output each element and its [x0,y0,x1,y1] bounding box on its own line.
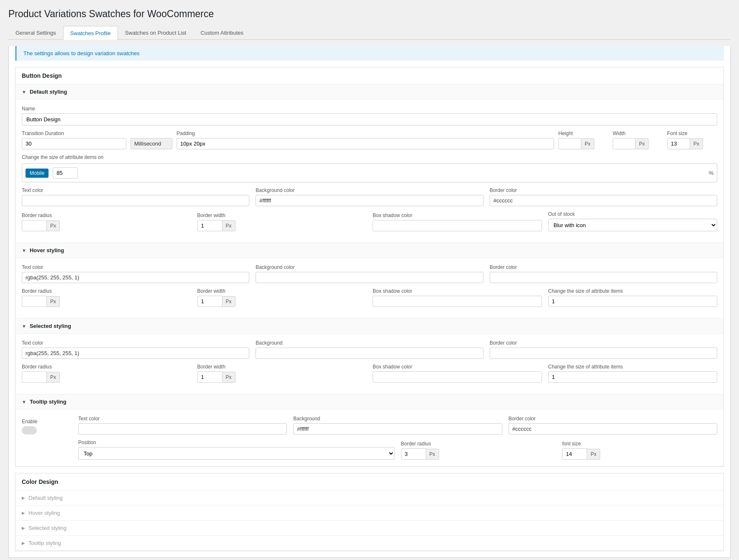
button-design-title: Button Design [15,67,724,84]
selected-border-color-label: Border color [490,340,717,346]
selected-border-color-input[interactable] [490,348,717,359]
tooltip-styling-block: ▼ Tooltip styling Enable Text color [15,394,724,466]
color-default-styling-item[interactable]: ▶ Default styling [15,491,724,506]
tooltip-font-size-label: font size [562,441,717,447]
color-tooltip-styling-item[interactable]: ▶ Tooltip styling [15,536,724,551]
content-wrapper: The settings allows to design variation … [8,46,731,558]
selected-border-radius-label: Border radius [22,364,191,370]
selected-change-size-label: Change the size of attribute items [548,364,718,370]
selected-box-shadow-group: Box shadow color [373,364,542,383]
tooltip-bg-label: Background [293,416,502,422]
color-default-arrow: ▶ [22,496,25,500]
tab-swatches-product-list[interactable]: Swatches on Product List [118,26,194,39]
hover-border-radius-label: Border radius [22,288,191,294]
color-default-label: Default styling [28,495,63,501]
tooltip-font-size-input[interactable] [562,448,587,460]
tooltip-text-color-group: Text color [78,416,287,435]
color-hover-styling-item[interactable]: ▶ Hover styling [15,506,724,521]
hover-border-color-label: Border color [490,264,717,270]
hover-styling-header[interactable]: ▼ Hover styling [15,243,724,258]
name-input[interactable] [22,113,717,125]
tab-general[interactable]: General Settings [8,26,63,39]
selected-border-width-input[interactable] [197,371,222,383]
width-group: Width Px [613,130,663,149]
tooltip-border-radius-group: Border radius Px [401,441,556,460]
transition-duration-group: Transition Duration [22,130,126,149]
border-radius-input-default[interactable] [22,220,47,231]
tooltip-styling-header[interactable]: ▼ Tooltip styling [15,394,724,409]
hover-border-width-label: Border width [197,288,367,294]
font-size-group: Font size Px [667,130,717,149]
tooltip-position-label: Position [78,440,395,445]
hover-border-color-input[interactable] [490,272,717,283]
tooltip-enable-label: Enable [22,419,72,424]
padding-group: Padding [176,130,554,149]
height-px: Px [581,138,594,149]
color-selected-styling-item[interactable]: ▶ Selected styling [15,521,724,536]
out-of-stock-select[interactable]: Blur with icon Blur Cross Hide [548,219,718,231]
hover-border-radius-px: Px [47,296,60,307]
border-width-input-default[interactable] [197,220,222,231]
selected-change-size-input[interactable] [548,371,718,383]
tooltip-font-size-group: font size Px [562,441,717,460]
tooltip-position-group: Position Top Bottom Left Right [78,440,395,460]
hover-styling-body: Text color Background color Border color [15,258,724,319]
tooltip-bg-group: Background [293,416,502,435]
text-color-input-default[interactable] [22,195,249,206]
mobile-input[interactable] [53,167,78,179]
font-size-input[interactable] [667,138,690,149]
selected-bg-color-input[interactable] [256,348,483,359]
tooltip-border-radius-px: Px [426,449,439,460]
hover-box-shadow-group: Box shadow color [373,288,542,307]
default-styling-header[interactable]: ▼ Default styling [15,84,724,100]
selected-box-shadow-label: Box shadow color [373,364,542,370]
transition-duration-input[interactable] [22,138,126,149]
transition-unit-group: Millisecond [130,136,172,149]
button-design-section: Button Design ▼ Default styling Name [15,67,724,467]
selected-box-shadow-input[interactable] [373,371,542,383]
width-input[interactable] [613,138,636,149]
selected-border-radius-group: Border radius Px [22,364,191,383]
tooltip-last-row: Border radius Px font size Px [401,441,718,460]
hover-styling-label: Hover styling [30,247,64,253]
tab-custom-attributes[interactable]: Custom Attributes [193,26,251,39]
border-width-group-default: Border width Px [197,212,367,231]
border-radius-px-default: Px [47,220,60,231]
selected-styling-header[interactable]: ▼ Selected styling [15,319,724,334]
selected-change-size-group: Change the size of attribute items [548,364,718,383]
hover-bg-color-label: Background color [256,264,483,270]
height-input[interactable] [558,138,581,149]
tab-swatches-profile[interactable]: Swatches Profile [63,26,118,40]
height-group: Height Px [558,130,609,149]
padding-input[interactable] [176,138,554,149]
hover-color-row: Text color Background color Border color [22,264,717,283]
selected-text-color-input[interactable] [22,348,249,359]
tooltip-text-color-input[interactable] [78,423,287,435]
selected-styling-block: ▼ Selected styling Text color Background [15,319,724,394]
tooltip-styling-body: Enable Text color Background Border [15,409,724,466]
tooltip-border-radius-input[interactable] [401,448,426,460]
box-shadow-input-default[interactable] [373,220,542,231]
hover-change-size-input[interactable] [548,296,718,307]
border-color-input-default[interactable] [490,195,717,206]
font-size-px: Px [690,138,703,149]
hover-border-width-input[interactable] [197,296,222,307]
selected-color-row: Text color Background Border color [22,340,717,359]
tooltip-border-color-input[interactable] [509,423,717,435]
color-tooltip-arrow: ▶ [22,541,25,545]
bg-color-input-default[interactable] [256,195,483,206]
selected-border-row: Border radius Px Border width Px [22,364,717,383]
selected-styling-arrow: ▼ [22,324,26,329]
default-styling-block: ▼ Default styling Name Transition Durati… [15,84,724,243]
tooltip-border-color-group: Border color [509,416,717,435]
hover-border-radius-input[interactable] [22,296,47,307]
hover-text-color-input[interactable] [22,272,249,283]
tooltip-bg-input[interactable] [293,423,502,435]
selected-border-radius-input[interactable] [22,371,47,383]
hover-bg-color-input[interactable] [256,272,483,283]
tooltip-enable-toggle[interactable] [22,426,37,435]
tooltip-position-select[interactable]: Top Bottom Left Right [78,447,395,460]
mobile-badge: Mobile [26,169,49,178]
tooltip-border-color-label: Border color [509,416,717,422]
hover-box-shadow-input[interactable] [373,296,542,307]
